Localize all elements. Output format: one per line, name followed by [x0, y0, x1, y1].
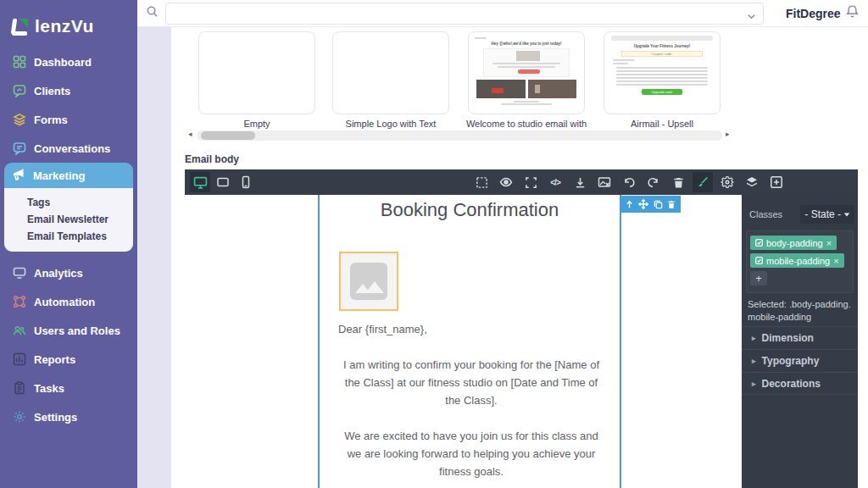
- device-mobile-icon[interactable]: [236, 172, 256, 192]
- email-body-label: Email body: [185, 153, 239, 165]
- templates-scrollbar[interactable]: [197, 130, 722, 141]
- sidebar: lenzVu Dashboard Clients Forms: [0, 0, 137, 488]
- device-switcher: [190, 172, 256, 192]
- account-name[interactable]: FitDegree: [786, 7, 841, 20]
- sidebar-item-clients[interactable]: Clients: [0, 76, 137, 105]
- sidebar-item-label: Reports: [34, 353, 75, 366]
- sidebar-item-label: Dashboard: [34, 56, 92, 69]
- template-card-empty[interactable]: [198, 31, 315, 114]
- checkbox-icon[interactable]: [755, 239, 763, 247]
- template-preview-heading: Upgrade Your Fitness Journey!: [611, 44, 713, 48]
- device-tablet-icon[interactable]: [213, 172, 233, 192]
- sidebar-item-marketing[interactable]: Marketing: [4, 163, 133, 188]
- logo[interactable]: lenzVu: [0, 0, 137, 42]
- layers-icon[interactable]: [742, 172, 762, 192]
- sidebar-item-conversations[interactable]: Conversations: [0, 134, 137, 163]
- sidebar-item-settings[interactable]: Settings: [0, 402, 137, 431]
- select-parent-icon[interactable]: [625, 200, 634, 209]
- selected-email-body[interactable]: Booking Confirmation Dear {first_name}, …: [318, 195, 621, 488]
- checkbox-icon[interactable]: [755, 257, 763, 264]
- remove-class-icon[interactable]: ×: [833, 256, 838, 266]
- sidebar-item-label: Clients: [34, 85, 70, 97]
- sidebar-item-analytics[interactable]: Analytics: [0, 258, 137, 287]
- dashed-border-icon[interactable]: [471, 172, 492, 192]
- email-heading[interactable]: Booking Confirmation: [320, 199, 620, 221]
- sidebar-item-label: Automation: [34, 296, 95, 308]
- delete-icon[interactable]: [667, 200, 676, 209]
- bell-icon[interactable]: [845, 4, 860, 22]
- scroll-right-icon[interactable]: ▸: [726, 130, 730, 138]
- move-icon[interactable]: [638, 199, 648, 209]
- templates-scrollbar-thumb[interactable]: [201, 131, 255, 140]
- email-text-block[interactable]: Dear {first_name}, I am writing to confi…: [320, 320, 623, 488]
- monitor-icon: [12, 266, 26, 280]
- scroll-left-icon[interactable]: ◂: [188, 130, 192, 138]
- submenu-item-tags[interactable]: Tags: [4, 194, 133, 211]
- template-preview-coupon: Coupon code:: [652, 52, 673, 56]
- template-card-simple-logo[interactable]: [332, 31, 449, 114]
- caret-right-icon: ▸: [752, 380, 756, 388]
- preview-eye-icon[interactable]: [496, 172, 516, 192]
- search-input[interactable]: [166, 3, 763, 24]
- import-download-icon[interactable]: [570, 172, 590, 192]
- style-brush-icon[interactable]: [693, 172, 713, 192]
- sidebar-item-forms[interactable]: Forms: [0, 105, 137, 134]
- toolbar-actions: </>: [471, 172, 787, 192]
- sidebar-item-reports[interactable]: Reports: [0, 345, 137, 374]
- email-paragraph[interactable]: Dear {first_name},: [338, 320, 604, 338]
- copy-icon[interactable]: [654, 200, 663, 209]
- section-typography[interactable]: ▸ Typography: [742, 349, 858, 372]
- class-chip-body-padding[interactable]: body-padding ×: [750, 236, 837, 250]
- caret-right-icon: ▸: [752, 357, 756, 365]
- settings-gear-icon[interactable]: [717, 172, 737, 192]
- add-class-button[interactable]: +: [750, 271, 767, 286]
- main-content: Hey @who!,we'd like you to join today!: [171, 27, 868, 488]
- sidebar-item-label: Tasks: [34, 382, 64, 395]
- classes-header: Classes - State -: [742, 203, 858, 225]
- email-paragraph[interactable]: We are excited to have you join us for t…: [338, 427, 604, 480]
- email-paragraph[interactable]: I am writing to confirm your booking for…: [338, 356, 604, 409]
- classes-label: Classes: [749, 209, 782, 219]
- sidebar-item-label: Conversations: [34, 142, 110, 155]
- chevron-down-icon: [843, 211, 850, 218]
- class-chip-label: mobile-padding: [766, 256, 830, 266]
- submenu-item-email-templates[interactable]: Email Templates: [4, 228, 133, 245]
- device-desktop-icon[interactable]: [190, 172, 210, 192]
- chevron-down-icon[interactable]: [747, 9, 756, 25]
- undo-icon[interactable]: [619, 172, 639, 192]
- sidebar-item-automation[interactable]: Automation: [0, 287, 137, 316]
- sidebar-item-dashboard[interactable]: Dashboard: [0, 47, 137, 76]
- submenu-item-email-newsletter[interactable]: Email Newsletter: [4, 211, 133, 228]
- chat-icon: [12, 141, 26, 156]
- template-card-welcome[interactable]: Hey @who!,we'd like you to join today!: [468, 31, 585, 114]
- fullscreen-icon[interactable]: [520, 172, 541, 192]
- section-label: Decorations: [762, 378, 821, 390]
- editor-toolbar: </>: [185, 169, 858, 195]
- topbar: FitDegree: [137, 0, 868, 27]
- add-block-icon[interactable]: [766, 172, 787, 192]
- section-decorations[interactable]: ▸ Decorations: [742, 372, 858, 395]
- code-icon[interactable]: </>: [545, 172, 565, 192]
- trash-icon[interactable]: [668, 172, 688, 192]
- bar-chart-icon: [12, 352, 26, 367]
- sidebar-item-label: Analytics: [34, 267, 83, 280]
- content-gutter: [137, 27, 171, 488]
- image-placeholder[interactable]: [339, 252, 398, 311]
- section-dimension[interactable]: ▸ Dimension: [742, 326, 858, 349]
- sidebar-item-users-and-roles[interactable]: Users and Roles: [0, 316, 137, 345]
- class-chip-mobile-padding[interactable]: mobile-padding ×: [750, 253, 844, 268]
- remove-class-icon[interactable]: ×: [826, 238, 832, 248]
- state-selector[interactable]: - State -: [800, 205, 854, 224]
- template-card-airmail-upsell[interactable]: Upgrade Your Fitness Journey! Coupon cod…: [604, 31, 721, 114]
- editor-canvas[interactable]: Booking Confirmation Dear {first_name}, …: [185, 195, 742, 488]
- canvas-clear-icon[interactable]: [594, 172, 615, 192]
- grid-icon: [12, 55, 26, 69]
- image-icon: [350, 263, 387, 300]
- sidebar-item-tasks[interactable]: Tasks: [0, 374, 137, 402]
- logo-text: lenzVu: [35, 16, 94, 36]
- template-preview-heading: Hey @who!,we'd like you to join today!: [471, 42, 581, 46]
- redo-icon[interactable]: [643, 172, 664, 192]
- sidebar-marketing-group: Marketing Tags Email Newsletter Email Te…: [4, 163, 133, 252]
- section-label: Dimension: [762, 332, 814, 344]
- sidebar-item-label: Settings: [34, 411, 77, 424]
